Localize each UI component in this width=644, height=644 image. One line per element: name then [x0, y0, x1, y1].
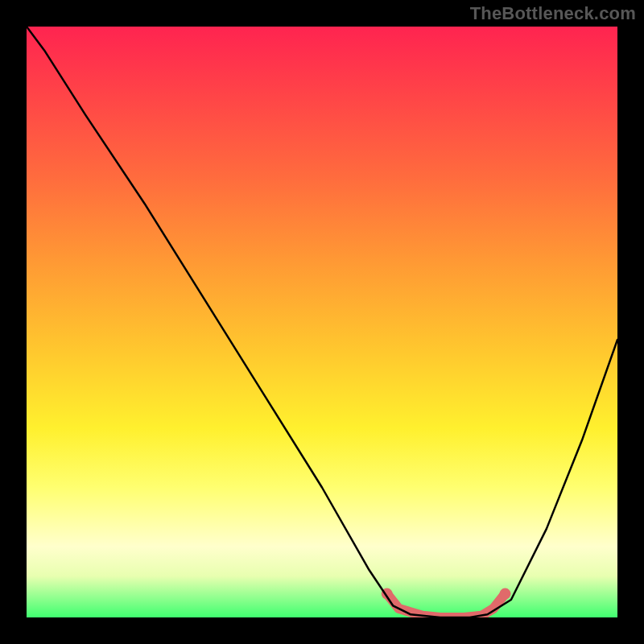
plot-gradient-background	[27, 27, 617, 617]
chart-frame: TheBottleneck.com	[0, 0, 644, 644]
watermark-text: TheBottleneck.com	[470, 3, 636, 24]
